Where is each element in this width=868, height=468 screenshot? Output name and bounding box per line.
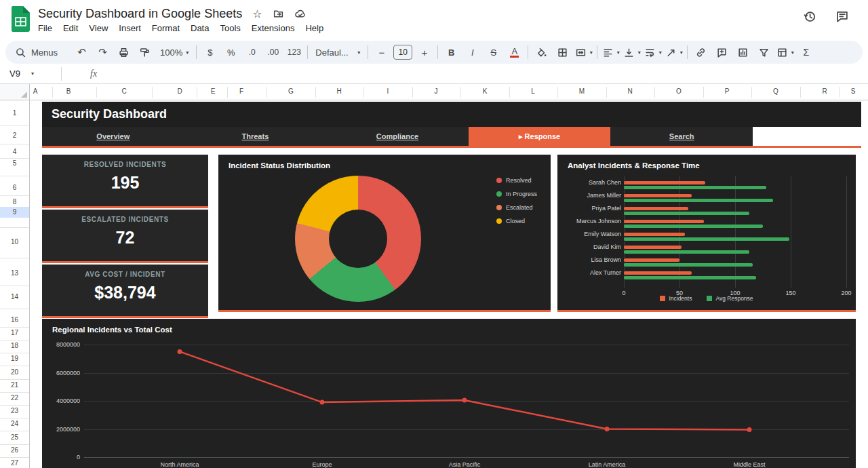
row-header-19[interactable]: 19: [0, 355, 29, 362]
row-header-8[interactable]: 8: [0, 198, 29, 206]
menu-help[interactable]: Help: [300, 22, 329, 35]
row-header-6[interactable]: 6: [0, 184, 29, 191]
column-header-G[interactable]: G: [288, 87, 294, 95]
row-header-16[interactable]: 16: [0, 316, 29, 324]
column-header-F[interactable]: F: [239, 87, 243, 95]
undo-button[interactable]: ↶: [71, 43, 92, 61]
horizontal-align-button[interactable]: ▾: [600, 43, 621, 61]
tab-response[interactable]: ▸ Response: [469, 127, 611, 146]
row-header-23[interactable]: 23: [0, 407, 29, 414]
menus-search-button[interactable]: Menus: [11, 43, 62, 61]
redo-button[interactable]: ↷: [92, 43, 113, 61]
column-header-P[interactable]: P: [725, 87, 730, 95]
cloud-status-icon[interactable]: [294, 8, 306, 20]
column-header-Q[interactable]: Q: [773, 87, 778, 95]
column-header-N[interactable]: N: [627, 87, 632, 95]
column-header-B[interactable]: B: [66, 87, 71, 95]
table-views-button[interactable]: ▾: [774, 43, 795, 61]
menu-insert[interactable]: Insert: [113, 22, 146, 35]
column-header-I[interactable]: I: [387, 87, 389, 95]
menu-format[interactable]: Format: [146, 22, 185, 35]
row-header-9[interactable]: 9: [0, 208, 29, 216]
insert-link-button[interactable]: [690, 43, 711, 61]
increase-font-size-button[interactable]: +: [414, 43, 435, 61]
column-header-D[interactable]: D: [177, 87, 182, 95]
sheet-canvas[interactable]: Security Dashboard OverviewThreatsCompli…: [30, 100, 868, 468]
borders-button[interactable]: [552, 43, 573, 61]
row-header-2[interactable]: 2: [0, 132, 29, 139]
comments-icon[interactable]: [835, 9, 849, 26]
menu-tools[interactable]: Tools: [214, 22, 245, 35]
row-header-14[interactable]: 14: [0, 293, 29, 300]
fill-color-button[interactable]: [531, 43, 552, 61]
row-header-13[interactable]: 13: [0, 269, 29, 277]
column-header-O[interactable]: O: [676, 87, 682, 95]
row-header-25[interactable]: 25: [0, 433, 29, 441]
paint-format-button[interactable]: [134, 43, 155, 61]
decrease-font-size-button[interactable]: −: [371, 43, 392, 61]
tab-overview[interactable]: Overview: [42, 127, 184, 146]
merge-cells-button[interactable]: ▾: [573, 43, 594, 61]
row-header-4[interactable]: 4: [0, 148, 29, 155]
zoom-selector[interactable]: 100%▾: [155, 43, 193, 61]
row-header-27[interactable]: 27: [0, 459, 29, 467]
donut-chart-card[interactable]: Incident Status Distribution ResolvedIn …: [218, 155, 551, 312]
format-currency-button[interactable]: $: [199, 43, 220, 61]
document-title[interactable]: Security Dashboard in Google Sheets: [38, 7, 242, 21]
formula-input[interactable]: [97, 64, 868, 83]
row-header-5[interactable]: 5: [0, 159, 29, 167]
print-button[interactable]: [113, 43, 134, 61]
row-header-22[interactable]: 22: [0, 394, 29, 402]
column-header-S[interactable]: S: [851, 87, 856, 95]
row-header-10[interactable]: 10: [0, 238, 29, 246]
menu-extensions[interactable]: Extensions: [246, 22, 300, 35]
bar-chart-card[interactable]: Analyst Incidents & Response Time 050100…: [557, 155, 856, 312]
column-header-M[interactable]: M: [579, 87, 585, 95]
italic-button[interactable]: I: [462, 43, 483, 61]
strikethrough-button[interactable]: S: [483, 43, 504, 61]
column-header-A[interactable]: A: [33, 87, 38, 95]
create-filter-button[interactable]: [753, 43, 774, 61]
row-header-18[interactable]: 18: [0, 342, 29, 349]
sheets-logo-icon[interactable]: [12, 6, 30, 32]
menu-file[interactable]: File: [33, 22, 58, 35]
column-header-E[interactable]: E: [211, 87, 216, 95]
column-header-C[interactable]: C: [121, 87, 126, 95]
menu-data[interactable]: Data: [185, 22, 214, 35]
row-header-24[interactable]: 24: [0, 420, 29, 427]
version-history-icon[interactable]: [803, 9, 816, 26]
tab-search[interactable]: Search: [610, 127, 753, 146]
tab-compliance[interactable]: Compliance: [326, 127, 469, 146]
more-formats-button[interactable]: 123: [283, 43, 304, 61]
row-header-26[interactable]: 26: [0, 446, 29, 454]
format-percent-button[interactable]: %: [220, 43, 241, 61]
decrease-decimal-button[interactable]: .0: [241, 43, 262, 61]
select-all-corner[interactable]: [0, 84, 30, 100]
move-folder-icon[interactable]: [273, 8, 284, 20]
column-header-L[interactable]: L: [531, 87, 535, 95]
menu-edit[interactable]: Edit: [58, 22, 83, 35]
increase-decimal-button[interactable]: .00: [262, 43, 283, 61]
star-icon[interactable]: ☆: [252, 7, 262, 20]
font-family-selector[interactable]: Defaul...▾: [311, 43, 365, 61]
text-rotation-button[interactable]: ▾: [663, 43, 684, 61]
column-header-J[interactable]: J: [435, 87, 438, 95]
row-header-17[interactable]: 17: [0, 329, 29, 336]
functions-button[interactable]: Σ: [795, 43, 816, 61]
column-header-H[interactable]: H: [336, 87, 341, 95]
text-wrap-button[interactable]: ▾: [642, 43, 663, 61]
row-header-1[interactable]: 1: [0, 109, 29, 117]
row-header-20[interactable]: 20: [0, 368, 29, 376]
column-header-R[interactable]: R: [822, 87, 827, 95]
row-header-21[interactable]: 21: [0, 381, 29, 389]
vertical-align-button[interactable]: ▾: [621, 43, 642, 61]
tab-threats[interactable]: Threats: [184, 127, 327, 146]
bold-button[interactable]: B: [441, 43, 462, 61]
column-header-K[interactable]: K: [483, 87, 488, 95]
menu-view[interactable]: View: [83, 22, 113, 35]
text-color-button[interactable]: A: [504, 43, 525, 61]
insert-comment-button[interactable]: [711, 43, 732, 61]
insert-chart-button[interactable]: [732, 43, 753, 61]
line-chart-card[interactable]: Regional Incidents vs Total Cost 0200000…: [42, 319, 856, 468]
name-box[interactable]: V9 ▾: [0, 69, 58, 79]
